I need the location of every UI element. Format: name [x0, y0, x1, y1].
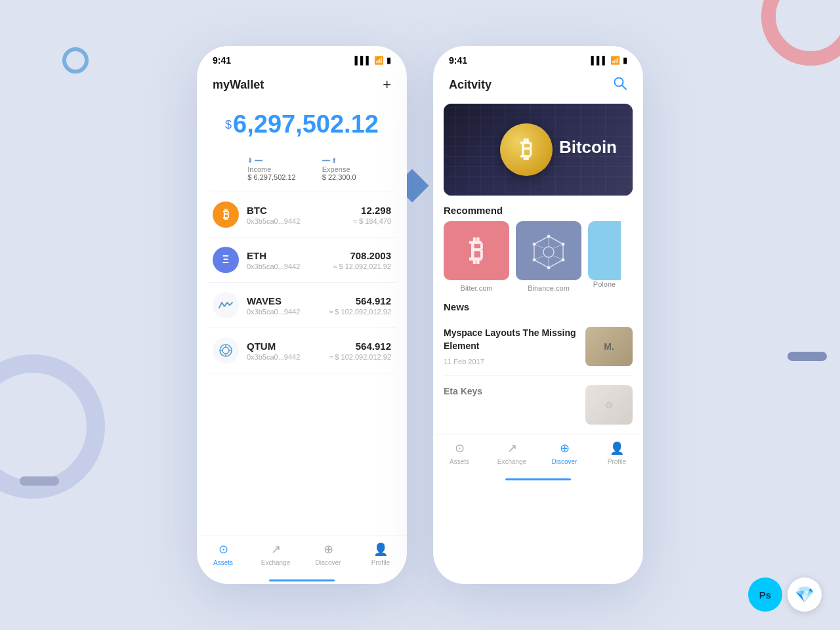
nav-discover-2[interactable]: ⊕ Discover — [545, 441, 584, 465]
eth-name: ETH — [247, 250, 333, 261]
svg-point-19 — [547, 266, 551, 270]
polo-card-img — [588, 221, 621, 280]
btc-name: BTC — [247, 205, 353, 216]
crypto-item-qtum[interactable]: QTUM 0x3b5ca0...9442 564.912 ≈ $ 102,092… — [207, 328, 396, 373]
wallet-phone: 9:41 ▌▌▌ 📶 ▮ myWallet + $6,297,502.12 — [197, 46, 407, 584]
svg-point-16 — [547, 235, 551, 238]
nav-indicator-container-2 — [433, 476, 643, 483]
bitcoin-banner-text: Bitcoin — [559, 137, 617, 158]
nav-indicator-container — [197, 577, 407, 584]
qtum-values: 564.912 ≈ $ 102,092,012.92 — [329, 341, 391, 361]
btc-icon: ₿ — [213, 201, 239, 228]
activity-content: Acitvity ₿ Bitcoin — [433, 71, 643, 584]
discover-icon-2: ⊕ — [560, 441, 570, 455]
qtum-usd: ≈ $ 102,092,012.92 — [329, 353, 391, 361]
balance-currency: $ — [225, 118, 232, 131]
assets-icon: ⊙ — [219, 542, 228, 556]
phones-container: 9:41 ▌▌▌ 📶 ▮ myWallet + $6,297,502.12 — [0, 0, 840, 630]
battery-icon: ▮ — [387, 56, 391, 65]
nav-assets-2[interactable]: ⊙ Assets — [440, 441, 479, 465]
qtum-addr: 0x3b5ca0...9442 — [247, 353, 329, 361]
btc-usd: ≈ $ 184,470 — [353, 217, 391, 225]
news-item-eta[interactable]: Eta Keys ⊙ — [444, 376, 633, 434]
wallet-content: myWallet + $6,297,502.12 ⬇ ━━ Income $ 6… — [197, 71, 407, 584]
nav-profile[interactable]: 👤 Profile — [361, 542, 400, 566]
exchange-icon-2: ↗ — [507, 441, 517, 455]
sketch-icon: 💎 — [795, 585, 814, 604]
balance-stats: ⬇ ━━ Income $ 6,297,502.12 ━━ ⬆ Expense … — [197, 152, 407, 192]
exchange-label-2: Exchange — [497, 458, 526, 465]
profile-label: Profile — [371, 559, 390, 566]
activity-bottom-nav: ⊙ Assets ↗ Exchange ⊕ Discover 👤 Profile — [433, 434, 643, 476]
nav-discover[interactable]: ⊕ Discover — [308, 542, 348, 566]
search-button[interactable] — [613, 76, 627, 93]
binance-card-img — [516, 221, 581, 280]
crypto-item-waves[interactable]: WAVES 0x3b5ca0...9442 564.912 ≈ $ 102,09… — [207, 283, 396, 328]
news-item-myspace[interactable]: Myspace Layouts The Missing Element 11 F… — [444, 318, 633, 376]
bg-decoration-rect-left — [20, 476, 59, 486]
waves-usd: ≈ $ 102,092,012.92 — [329, 308, 391, 316]
svg-point-18 — [562, 259, 565, 262]
nav-indicator — [269, 579, 335, 581]
exchange-label: Exchange — [261, 559, 290, 566]
nav-assets[interactable]: ⊙ Assets — [203, 542, 243, 566]
svg-point-1 — [222, 347, 229, 354]
eth-addr: 0x3b5ca0...9442 — [247, 262, 333, 270]
profile-icon-2: 👤 — [610, 441, 624, 455]
expense-icon: ━━ ⬆ — [322, 157, 337, 164]
nav-profile-2[interactable]: 👤 Profile — [597, 441, 637, 465]
wallet-bottom-nav: ⊙ Assets ↗ Exchange ⊕ Discover 👤 Profile — [197, 535, 407, 577]
bg-decoration-circle — [62, 47, 89, 74]
eth-info: ETH 0x3b5ca0...9442 — [247, 250, 333, 270]
activity-title: Acitvity — [449, 78, 492, 92]
add-button[interactable]: + — [383, 76, 391, 93]
bitcoin-banner-img: ₿ Bitcoin — [444, 104, 633, 196]
waves-icon — [213, 292, 239, 318]
svg-point-20 — [533, 259, 536, 262]
nav-indicator-2 — [505, 478, 571, 480]
bitcoin-coin: ₿ — [500, 123, 553, 176]
recommend-card-polo[interactable]: Polone — [588, 221, 621, 292]
svg-point-17 — [562, 243, 565, 246]
wallet-header: myWallet + — [197, 71, 407, 104]
battery-icon-2: ▮ — [623, 56, 627, 65]
income-icon: ⬇ ━━ — [247, 157, 262, 164]
assets-label-2: Assets — [450, 458, 469, 465]
bitcoin-banner[interactable]: ₿ Bitcoin — [444, 104, 633, 196]
wifi-icon: 📶 — [374, 56, 384, 65]
bitter-icon: ₿ — [469, 234, 484, 267]
wifi-icon-2: 📶 — [610, 56, 620, 65]
waves-amount: 564.912 — [329, 295, 391, 306]
discover-label-2: Discover — [552, 458, 578, 465]
exchange-icon: ↗ — [271, 542, 281, 556]
signal-icon: ▌▌▌ — [354, 56, 371, 65]
btc-amount: 12.298 — [353, 205, 391, 216]
status-bar-activity: 9:41 ▌▌▌ 📶 ▮ — [433, 46, 643, 71]
btc-values: 12.298 ≈ $ 184,470 — [353, 205, 391, 225]
tool-badges: Ps 💎 — [748, 578, 822, 612]
activity-header: Acitvity — [433, 71, 643, 104]
income-value: $ 6,297,502.12 — [247, 173, 295, 181]
crypto-item-btc[interactable]: ₿ BTC 0x3b5ca0...9442 12.298 ≈ $ 184,470 — [207, 192, 396, 238]
profile-icon: 👤 — [373, 542, 388, 556]
status-time-wallet: 9:41 — [213, 55, 231, 66]
recommend-title: Recommend — [433, 196, 643, 221]
waves-info: WAVES 0x3b5ca0...9442 — [247, 295, 329, 316]
recommend-card-bitter[interactable]: ₿ Bitter.com — [444, 221, 509, 292]
svg-point-21 — [533, 243, 536, 246]
qtum-name: QTUM — [247, 341, 329, 352]
thumb-icon-eta: ⊙ — [605, 400, 613, 410]
binance-label: Binance.com — [516, 284, 581, 292]
thumb-letter-m: M. — [604, 341, 614, 352]
crypto-item-eth[interactable]: Ξ ETH 0x3b5ca0...9442 708.2003 ≈ $ 12,09… — [207, 238, 396, 283]
signal-icon-2: ▌▌▌ — [591, 56, 608, 65]
nav-exchange[interactable]: ↗ Exchange — [256, 542, 295, 566]
crypto-list: ₿ BTC 0x3b5ca0...9442 12.298 ≈ $ 184,470… — [197, 192, 407, 535]
nav-exchange-2[interactable]: ↗ Exchange — [492, 441, 532, 465]
news-section: Myspace Layouts The Missing Element 11 F… — [433, 318, 643, 434]
btc-info: BTC 0x3b5ca0...9442 — [247, 205, 353, 225]
bitter-card-img: ₿ — [444, 221, 509, 280]
recommend-card-binance[interactable]: Binance.com — [516, 221, 581, 292]
ps-label: Ps — [759, 589, 771, 600]
eth-icon: Ξ — [213, 247, 239, 273]
